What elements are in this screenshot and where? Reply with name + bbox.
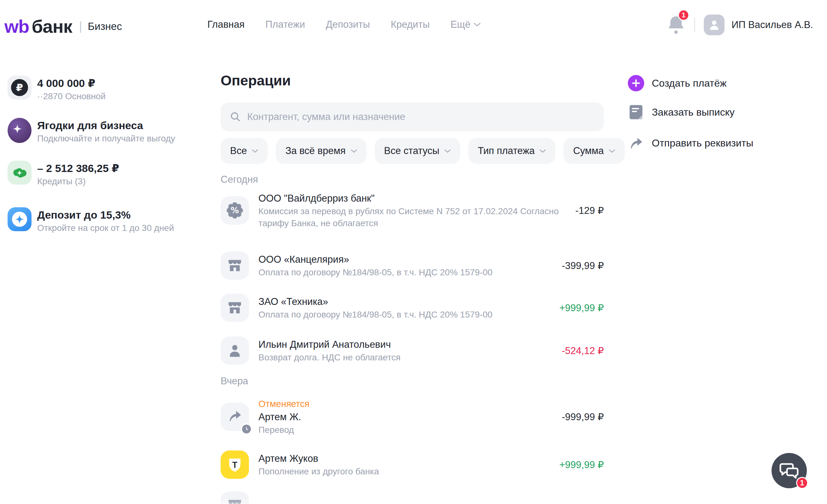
logo-business-label: Бизнес: [88, 20, 122, 33]
ruble-account-icon: ₽: [8, 75, 32, 100]
credits-summary[interactable]: – 2 512 386,25 ₽ Кредиты (3): [8, 161, 119, 188]
transaction-row[interactable]: Ильин Дмитрий Анатольевич Возврат долга.…: [221, 337, 604, 365]
person-icon: [221, 337, 249, 365]
transaction-amount: -399,99 ₽: [562, 260, 604, 271]
chevron-down-icon: [609, 149, 615, 153]
plus-icon: [628, 75, 644, 91]
avatar[interactable]: [704, 14, 725, 35]
main-nav: Главная Платежи Депозиты Кредиты Ещё: [207, 19, 481, 30]
search-input[interactable]: [247, 111, 594, 122]
storefront-icon: [221, 251, 249, 280]
search-bar: [221, 102, 604, 131]
avatar-person-icon: [708, 18, 721, 31]
wb-bank-logo[interactable]: wb банк | Бизнес: [4, 16, 122, 37]
credits-label: Кредиты (3): [37, 175, 119, 188]
promo-deposit[interactable]: Депозит до 15,3% Откройте на срок от 1 д…: [8, 207, 174, 234]
transaction-subtitle: Комиссия за перевод в рублях по Системе …: [258, 205, 571, 229]
transaction-row[interactable]: ЗАО «Техника» Оплата по договору №184/98…: [221, 294, 604, 322]
transaction-subtitle: Пополнение из другого банка: [258, 465, 560, 477]
nav-payments[interactable]: Платежи: [265, 19, 305, 30]
page: wb банк | Бизнес Главная Платежи Депозит…: [0, 0, 827, 504]
statement-icon: [628, 104, 644, 120]
transaction-amount: -524,12 ₽: [562, 345, 604, 357]
order-statement-label: Заказать выписку: [652, 106, 735, 118]
notifications-button[interactable]: 1: [667, 14, 685, 35]
send-details-button[interactable]: Отправить реквизиты: [628, 135, 753, 151]
nav-deposits[interactable]: Депозиты: [326, 19, 370, 30]
promo-berries-subtitle: Подключайте и получайте выгоду: [37, 132, 175, 145]
transaction-amount: -129 ₽: [571, 205, 604, 216]
chevron-down-icon: [444, 149, 451, 153]
account-number: ··2870 Основной: [37, 90, 106, 103]
storefront-icon: [221, 491, 249, 504]
logo-wb: wb: [4, 16, 29, 37]
chevron-down-icon: [351, 149, 357, 153]
transaction-title: Артем Жуков: [258, 452, 560, 465]
chat-bubbles-icon: [779, 461, 799, 480]
pending-clock-icon: [241, 423, 252, 435]
logo-bank: банк: [32, 16, 72, 37]
nav-home[interactable]: Главная: [207, 19, 245, 30]
support-chat-button[interactable]: 1: [772, 453, 807, 488]
transaction-title: ООО «Канцелярия»: [258, 253, 562, 266]
transaction-title: ООО "Вайлдберриз банк": [258, 192, 571, 205]
section-today: Сегодня: [221, 174, 258, 185]
create-payment-label: Создать платёж: [652, 78, 726, 89]
chat-badge: 1: [796, 477, 808, 489]
promo-berries[interactable]: Ягодки для бизнеса Подключайте и получай…: [8, 118, 175, 145]
berry-icon: [8, 118, 32, 143]
promo-deposit-subtitle: Откройте на срок от 1 до 30 дней: [37, 222, 174, 234]
filter-status[interactable]: Все статусы: [375, 138, 460, 164]
send-details-label: Отправить реквизиты: [652, 137, 753, 149]
notifications-badge: 1: [678, 9, 689, 21]
transaction-title: Артем Ж.: [258, 410, 562, 424]
transaction-row[interactable]: ООО «Канцелярия» Оплата по договору №184…: [221, 251, 604, 280]
transaction-subtitle: Оплата по договору №184/98-05, в т.ч. НД…: [258, 309, 560, 321]
send-icon: [628, 135, 644, 151]
header-divider: [694, 18, 695, 32]
chevron-down-icon: [474, 22, 481, 27]
promo-deposit-title: Депозит до 15,3%: [37, 208, 174, 222]
transaction-row[interactable]: Отменяется Артем Ж. Перевод -999,99 ₽: [221, 398, 604, 436]
header-right: 1 ИП Васильев А.В.: [667, 14, 813, 35]
transaction-title: ЗАО «Техника»: [258, 295, 560, 309]
chevron-down-icon: [540, 149, 546, 153]
transaction-row[interactable]: Т Артем Жуков Пополнение из другого банк…: [221, 450, 604, 479]
transaction-title: Ильин Дмитрий Анатольевич: [258, 338, 562, 352]
filter-period[interactable]: За всё время: [276, 138, 366, 164]
nav-credits[interactable]: Кредиты: [391, 19, 430, 30]
transfer-arrow-icon: [221, 403, 249, 431]
transaction-amount: -999,99 ₽: [562, 411, 604, 423]
order-statement-button[interactable]: Заказать выписку: [628, 104, 735, 120]
tbank-icon: Т: [221, 450, 249, 479]
chevron-down-icon: [252, 149, 258, 153]
account-balance: 4 000 000 ₽: [37, 76, 106, 90]
svg-text:Т: Т: [232, 460, 238, 470]
percent-badge-icon: %: [221, 196, 249, 224]
account-main[interactable]: ₽ 4 000 000 ₽ ··2870 Основной: [8, 75, 106, 103]
transaction-subtitle: Перевод: [258, 424, 562, 436]
user-name[interactable]: ИП Васильев А.В.: [731, 19, 813, 31]
transaction-status: Отменяется: [258, 398, 562, 410]
deposit-icon: [8, 207, 32, 231]
promo-berries-title: Ягодки для бизнеса: [37, 118, 175, 132]
svg-text:%: %: [231, 206, 239, 215]
search-icon: [230, 111, 241, 122]
transaction-amount: +999,99 ₽: [560, 459, 604, 470]
filter-all[interactable]: Все: [221, 138, 267, 164]
transaction-row[interactable]: % ООО "Вайлдберриз банк" Комиссия за пер…: [221, 192, 604, 229]
credits-icon: [8, 161, 32, 185]
transaction-row[interactable]: ООО «Канцелярия»: [221, 491, 604, 504]
section-yesterday: Вчера: [221, 375, 248, 387]
filter-amount[interactable]: Сумма: [564, 138, 624, 164]
transaction-subtitle: Оплата по договору №184/98-05, в т.ч. НД…: [258, 266, 562, 279]
page-title: Операции: [221, 72, 291, 89]
credits-amount: – 2 512 386,25 ₽: [37, 161, 119, 175]
filter-payment-type[interactable]: Тип платежа: [468, 138, 555, 164]
transaction-amount: +999,99 ₽: [560, 302, 604, 314]
transaction-subtitle: Возврат долга. НДС не облагается: [258, 352, 562, 363]
storefront-icon: [221, 294, 249, 322]
filter-bar: Все За всё время Все статусы Тип платежа…: [221, 138, 625, 164]
nav-more[interactable]: Ещё: [450, 19, 480, 30]
create-payment-button[interactable]: Создать платёж: [628, 75, 726, 91]
